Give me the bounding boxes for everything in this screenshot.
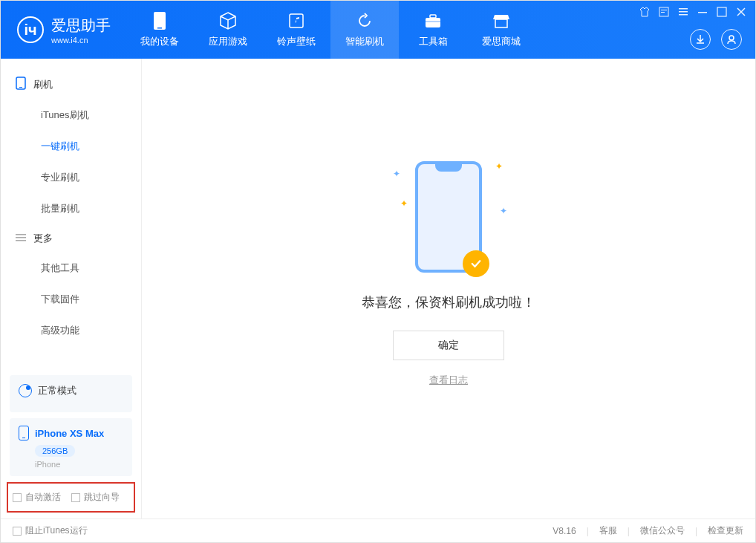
svg-rect-6 (495, 19, 507, 27)
checkbox-icon (13, 493, 22, 502)
checkbox-skip-guide[interactable]: 跳过向导 (71, 491, 120, 504)
download-icon[interactable] (690, 29, 711, 50)
mode-icon (19, 384, 32, 397)
sidebar-item-oneclick-flash[interactable]: 一键刷机 (1, 131, 141, 162)
device-name: iPhone XS Max (35, 428, 104, 439)
sparkle-icon: ✦ (393, 169, 400, 179)
sidebar-item-advanced[interactable]: 高级功能 (1, 315, 141, 346)
header-actions (690, 29, 742, 50)
tab-apps-games[interactable]: 应用游戏 (194, 1, 262, 59)
sidebar: 刷机 iTunes刷机 一键刷机 专业刷机 批量刷机 更多 其他工具 下载固件 … (1, 59, 142, 518)
tab-label: 应用游戏 (209, 35, 247, 48)
status-bar: 阻止iTunes运行 V8.16 | 客服 | 微信公众号 | 检查更新 (1, 518, 755, 542)
version-label: V8.16 (553, 526, 576, 536)
tab-label: 我的设备 (140, 35, 179, 48)
success-badge-icon (463, 250, 489, 277)
sparkle-icon: ✦ (495, 161, 503, 172)
phone-icon (16, 77, 26, 92)
tab-my-device[interactable]: 我的设备 (126, 1, 194, 59)
sidebar-item-itunes-flash[interactable]: iTunes刷机 (1, 100, 141, 131)
sidebar-group-label: 刷机 (33, 78, 53, 91)
tab-store[interactable]: 爱思商城 (467, 1, 535, 59)
tab-label: 工具箱 (419, 35, 448, 48)
shop-icon (492, 11, 511, 30)
header-tabs: 我的设备 应用游戏 铃声壁纸 智能刷机 工具箱 爱思商城 (126, 1, 535, 59)
refresh-icon (355, 11, 374, 30)
tab-label: 智能刷机 (345, 35, 384, 48)
logo-icon: iч (17, 16, 44, 43)
sidebar-item-download-firmware[interactable]: 下载固件 (1, 284, 141, 315)
main-content: ✦ ✦ ✦ ✦ 恭喜您，保资料刷机成功啦！ 确定 查看日志 (142, 59, 755, 518)
svg-rect-13 (698, 12, 707, 13)
confirm-button[interactable]: 确定 (393, 331, 504, 360)
view-log-link[interactable]: 查看日志 (429, 374, 468, 387)
device-mode-label: 正常模式 (38, 384, 76, 397)
svg-rect-11 (679, 11, 688, 13)
svg-rect-10 (679, 8, 688, 10)
shirt-icon[interactable] (639, 7, 650, 17)
app-logo: iч 爱思助手 www.i4.cn (1, 16, 126, 45)
phone-icon (19, 426, 29, 440)
menu-icon[interactable] (678, 7, 688, 17)
sidebar-group-label: 更多 (33, 232, 53, 245)
svg-rect-8 (661, 10, 667, 10)
check-update-link[interactable]: 检查更新 (708, 524, 743, 537)
svg-rect-0 (154, 12, 166, 30)
device-capacity: 256GB (35, 445, 75, 457)
sidebar-group-more[interactable]: 更多 (1, 224, 141, 253)
app-header: iч 爱思助手 www.i4.cn 我的设备 应用游戏 铃声壁纸 智能刷机 工具… (1, 1, 755, 59)
app-name: 爱思助手 (51, 16, 111, 36)
checkbox-label: 跳过向导 (84, 491, 120, 504)
svg-rect-3 (426, 18, 440, 27)
sidebar-group-flash[interactable]: 刷机 (1, 69, 141, 100)
close-icon[interactable] (736, 7, 746, 17)
maximize-icon[interactable] (717, 7, 727, 17)
checkbox-label: 自动激活 (25, 491, 61, 504)
success-message: 恭喜您，保资料刷机成功啦！ (362, 293, 535, 311)
checkbox-icon (71, 493, 80, 502)
svg-rect-5 (426, 21, 440, 22)
user-icon[interactable] (721, 29, 742, 50)
sidebar-item-batch-flash[interactable]: 批量刷机 (1, 193, 141, 224)
checkbox-icon (13, 527, 22, 536)
tab-smart-flash[interactable]: 智能刷机 (330, 1, 399, 59)
app-url: www.i4.cn (51, 36, 111, 45)
window-controls (639, 7, 746, 17)
device-mode: 正常模式 (19, 384, 123, 397)
support-link[interactable]: 客服 (599, 524, 617, 537)
device-type: iPhone (35, 460, 123, 469)
music-icon (287, 11, 306, 30)
checkbox-auto-activate[interactable]: 自动激活 (13, 491, 61, 504)
svg-rect-9 (661, 12, 665, 13)
phone-illustration (415, 161, 482, 273)
checkbox-block-itunes[interactable]: 阻止iTunes运行 (13, 524, 88, 537)
tab-toolbox[interactable]: 工具箱 (399, 1, 467, 59)
wechat-link[interactable]: 微信公众号 (640, 524, 685, 537)
sparkle-icon: ✦ (500, 206, 507, 216)
svg-rect-12 (679, 14, 688, 16)
checkbox-label: 阻止iTunes运行 (25, 524, 88, 537)
device-status-panel: 正常模式 (10, 375, 132, 412)
cube-icon (218, 11, 238, 30)
device-icon (150, 11, 169, 30)
sidebar-item-pro-flash[interactable]: 专业刷机 (1, 162, 141, 193)
device-name-row: iPhone XS Max (19, 426, 123, 440)
tab-label: 铃声壁纸 (277, 35, 316, 48)
list-icon (16, 233, 26, 245)
tab-label: 爱思商城 (482, 35, 521, 48)
tab-ringtone-wallpaper[interactable]: 铃声壁纸 (262, 1, 330, 59)
svg-rect-20 (16, 240, 26, 241)
feedback-icon[interactable] (659, 7, 669, 17)
sparkle-icon: ✦ (400, 198, 408, 209)
svg-rect-18 (16, 234, 26, 235)
minimize-icon[interactable] (697, 7, 708, 17)
device-info-panel[interactable]: iPhone XS Max 256GB iPhone (10, 418, 132, 476)
svg-rect-1 (157, 27, 162, 29)
sidebar-item-other-tools[interactable]: 其他工具 (1, 253, 141, 284)
svg-rect-14 (717, 7, 726, 16)
svg-rect-17 (19, 87, 22, 88)
svg-rect-4 (430, 15, 436, 18)
toolbox-icon (423, 11, 443, 30)
svg-point-15 (729, 36, 734, 40)
activation-options-box: 自动激活 跳过向导 (7, 482, 135, 513)
